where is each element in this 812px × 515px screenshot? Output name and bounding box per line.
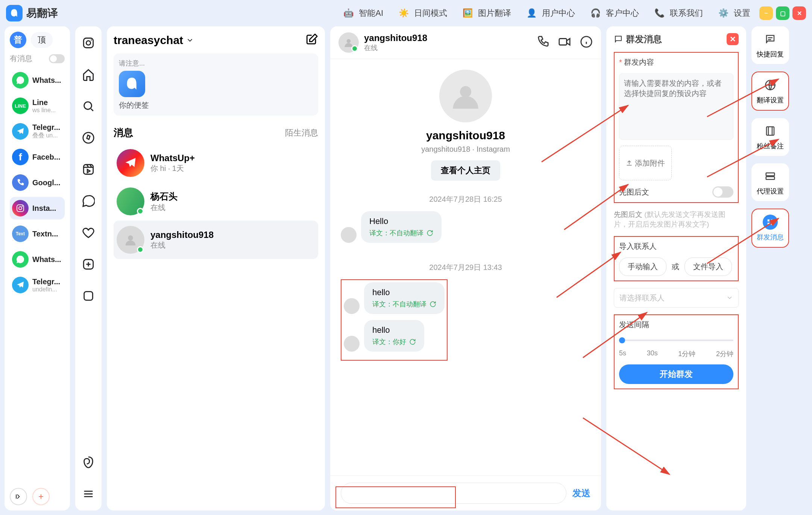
conversation-body[interactable]: yangshitou918 yangshitou918 · Instagram …: [330, 59, 601, 475]
send-button[interactable]: 发送: [572, 487, 590, 499]
telegram-icon: [12, 277, 29, 293]
svg-point-6: [84, 102, 92, 110]
account-google[interactable]: Googl...: [10, 171, 65, 194]
message-bubble[interactable]: hello 译文：不自动翻译: [364, 282, 445, 314]
refresh-icon[interactable]: [426, 230, 433, 236]
rail-reels-icon[interactable]: [81, 162, 96, 177]
nav-image-trans[interactable]: 🖼️ 图片翻译: [461, 6, 511, 20]
section-stranger[interactable]: 陌生消息: [285, 127, 318, 139]
refresh-icon[interactable]: [430, 301, 436, 308]
account-facebook[interactable]: f Faceb...: [10, 146, 65, 168]
account-instagram[interactable]: Insta...: [10, 197, 65, 219]
annotation-box: hello 译文：不自动翻译 hello 译文：你好: [341, 279, 448, 361]
accounts-filter: 有消息: [10, 53, 65, 64]
rrail-translate-settings[interactable]: 翻译设置: [751, 72, 789, 111]
file-import-button[interactable]: 文件导入: [685, 258, 732, 276]
start-broadcast-button[interactable]: 开始群发: [619, 364, 733, 384]
nav-ai[interactable]: 🤖 智能AI: [341, 6, 383, 20]
line-icon: LINE: [12, 98, 29, 114]
rrail-label: 翻译设置: [757, 96, 784, 105]
refresh-icon[interactable]: [409, 338, 416, 345]
message-bubble[interactable]: hello 译文：你好: [364, 320, 424, 352]
conversation-panel: yangshitou918在线 yangshitou918 yangshitou…: [330, 26, 601, 510]
rrail-broadcast[interactable]: 群发消息: [751, 209, 789, 248]
rail-search-icon[interactable]: [81, 99, 96, 114]
svg-rect-10: [84, 292, 93, 300]
nav-service-center[interactable]: 🎧 客户中心: [589, 6, 639, 20]
accounts-list: Whats... LINE Linews line... Telegr...叠叠…: [10, 69, 65, 296]
window-close[interactable]: ✕: [792, 6, 806, 20]
window-minimize[interactable]: –: [759, 6, 773, 20]
phone-icon: 📞: [653, 6, 666, 20]
view-profile-button[interactable]: 查看个人主页: [431, 160, 500, 181]
note-section[interactable]: 请注意... 你的便签: [114, 53, 318, 116]
telegram-icon: [12, 123, 29, 140]
section-title: 消息: [114, 126, 133, 139]
manual-input-button[interactable]: 手动输入: [619, 258, 666, 276]
broadcast-title: 群发消息: [614, 33, 662, 45]
call-button[interactable]: [536, 35, 549, 50]
account-top-button[interactable]: 顶: [31, 32, 53, 48]
svg-rect-8: [83, 165, 93, 174]
message-avatar: [344, 336, 360, 352]
account-telegram-2[interactable]: Telegr...undefin...: [10, 274, 65, 296]
nav-service-center-label: 客户中心: [606, 8, 639, 19]
window-maximize[interactable]: ▢: [776, 6, 789, 20]
broadcast-textarea[interactable]: [619, 73, 733, 140]
quick-reply-icon: [763, 32, 778, 47]
account-name: Googl...: [32, 178, 60, 187]
broadcast-close-button[interactable]: ✕: [727, 33, 739, 45]
chatlist-title[interactable]: traneasychat: [114, 34, 194, 47]
contact-select-placeholder: 请选择联系人: [619, 293, 665, 303]
rail-threads-icon[interactable]: [81, 455, 96, 470]
rail-instagram-icon[interactable]: [81, 35, 96, 50]
headset-icon: 🎧: [589, 6, 602, 20]
chat-item-sub: 在线: [150, 203, 178, 213]
presence-indicator: [137, 246, 144, 253]
broadcast-header: 群发消息 ✕: [614, 33, 739, 45]
conversation-actions: [536, 35, 593, 50]
chat-item[interactable]: WhatsUp+你 hi · 1天: [114, 144, 318, 182]
contact-select[interactable]: 请选择联系人: [614, 288, 739, 308]
import-contacts-label: 导入联系人: [619, 241, 733, 251]
account-whatsapp-2[interactable]: Whats...: [10, 248, 65, 271]
add-account-button[interactable]: +: [32, 488, 50, 505]
nav-settings[interactable]: ⚙️ 设置: [716, 6, 750, 20]
rail-messages-icon[interactable]: [81, 194, 96, 209]
has-message-toggle[interactable]: [49, 54, 65, 63]
conversation-avatar[interactable]: [338, 32, 359, 53]
slider-handle[interactable]: [619, 337, 625, 343]
interval-slider[interactable]: [619, 340, 733, 341]
presence-indicator: [351, 45, 358, 52]
nav-day-mode-label: 日间模式: [414, 8, 447, 19]
rrail-proxy-settings[interactable]: 代理设置: [751, 163, 789, 201]
nav-contact-us[interactable]: 📞 联系我们: [653, 6, 703, 20]
message-bubble[interactable]: Hello 译文：不自动翻译: [361, 211, 442, 243]
rail-create-icon[interactable]: [81, 257, 96, 272]
profile-name: yangshitou918: [426, 129, 505, 142]
account-textnow[interactable]: Text Textn...: [10, 222, 65, 245]
image-first-toggle[interactable]: [712, 186, 733, 198]
rrail-fan-notes[interactable]: 粉丝备注: [751, 118, 789, 156]
svg-point-2: [22, 206, 23, 207]
account-name: Faceb...: [32, 153, 60, 162]
rail-home-icon[interactable]: [81, 67, 96, 82]
chat-item[interactable]: yangshitou918在线: [114, 221, 318, 259]
chat-item[interactable]: 杨石头在线: [114, 182, 318, 221]
rail-menu-icon[interactable]: [81, 486, 96, 501]
broadcast-attach-button[interactable]: 添加附件: [619, 146, 672, 180]
video-button[interactable]: [558, 35, 571, 50]
rrail-quick-reply[interactable]: 快捷回复: [751, 26, 789, 64]
account-telegram[interactable]: Telegr...叠叠 un...: [10, 120, 65, 143]
rail-explore-icon[interactable]: [81, 130, 96, 145]
rail-heart-icon[interactable]: [81, 225, 96, 240]
user-icon: 👤: [525, 6, 538, 20]
collapse-button[interactable]: [10, 488, 27, 505]
compose-button[interactable]: [305, 33, 318, 47]
account-line[interactable]: LINE Linews line...: [10, 94, 65, 117]
nav-day-mode[interactable]: ☀️ 日间模式: [397, 6, 447, 20]
nav-user-center[interactable]: 👤 用户中心: [525, 6, 575, 20]
rail-profile-icon[interactable]: [81, 288, 96, 303]
info-button[interactable]: [580, 35, 593, 50]
account-whatsapp[interactable]: Whats...: [10, 69, 65, 91]
